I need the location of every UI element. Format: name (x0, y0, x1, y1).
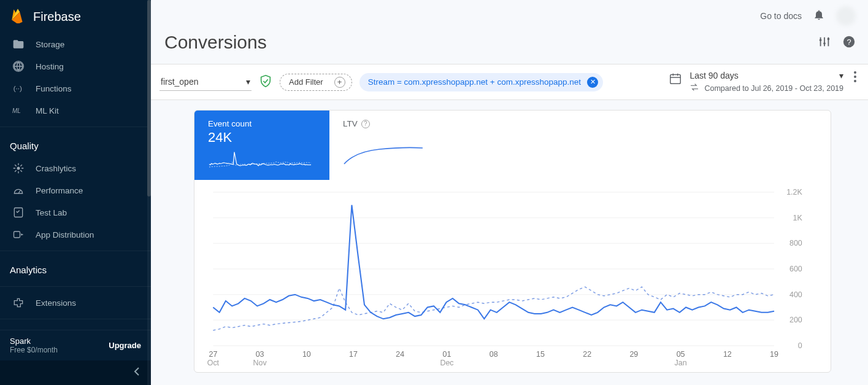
kebab-icon[interactable] (851, 71, 859, 85)
firebase-logo-icon (10, 7, 26, 26)
page-title-row: Conversions ? (151, 29, 868, 64)
sidebar-item-performance[interactable]: Performance (0, 179, 151, 201)
sidebar-item-extensions[interactable]: Extensions (0, 292, 151, 314)
sidebar-item-testlab[interactable]: Test Lab (0, 201, 151, 224)
bell-icon[interactable] (813, 9, 825, 23)
svg-text:1K: 1K (793, 214, 803, 222)
sliders-icon[interactable] (818, 32, 831, 53)
svg-point-7 (823, 42, 826, 45)
svg-text:22: 22 (583, 350, 591, 359)
sidebar-collapse[interactable] (0, 360, 151, 385)
section-quality[interactable]: Quality (0, 132, 151, 157)
page-title: Conversions (164, 32, 267, 53)
svg-text:03: 03 (256, 350, 264, 359)
event-select-value: first_open (161, 77, 198, 87)
svg-text:200: 200 (789, 316, 802, 325)
compare-row: Compared to Jul 26, 2019 - Oct 23, 2019 (689, 83, 843, 93)
plan-name: Spark (10, 336, 58, 346)
svg-text:Nov: Nov (253, 359, 267, 367)
svg-text:Jan: Jan (675, 359, 687, 367)
extensions-icon (12, 297, 25, 309)
chart-area: 02004006008001K1.2K27Oct03Nov10172401Dec… (194, 180, 831, 373)
line-chart: 02004006008001K1.2K27Oct03Nov10172401Dec… (207, 186, 806, 370)
mlkit-icon: ML (12, 104, 25, 117)
event-select[interactable]: first_open ▾ (159, 73, 252, 91)
svg-text:(··): (··) (13, 84, 22, 92)
sparkline-ltv (343, 146, 447, 166)
svg-rect-5 (14, 231, 20, 238)
svg-text:10: 10 (302, 350, 311, 359)
date-range-select[interactable]: Last 90 days ▾ (689, 71, 843, 80)
add-filter-label: Add Filter (289, 77, 323, 87)
metric-tabs: Event count 24K LTV ? (194, 111, 831, 180)
date-range-value: Last 90 days (689, 71, 738, 80)
svg-text:600: 600 (789, 265, 802, 273)
plan-box: Spark Free $0/month Upgrade (0, 330, 151, 360)
main: Go to docs Conversions ? first_open (151, 0, 868, 385)
caret-down-icon: ▾ (839, 71, 843, 80)
svg-text:800: 800 (789, 239, 802, 248)
tab-event-count[interactable]: Event count 24K (194, 111, 329, 180)
svg-text:400: 400 (789, 290, 802, 299)
svg-text:?: ? (847, 37, 851, 47)
help-icon[interactable]: ? (842, 32, 856, 53)
docs-link[interactable]: Go to docs (760, 11, 802, 21)
svg-text:1.2K: 1.2K (786, 188, 802, 196)
avatar[interactable] (836, 6, 856, 26)
sidebar-scrollbar[interactable] (147, 0, 151, 385)
svg-text:19: 19 (770, 350, 778, 359)
sidebar-item-mlkit[interactable]: ML ML Kit (0, 99, 151, 122)
svg-text:12: 12 (723, 350, 732, 359)
svg-text:01: 01 (443, 350, 451, 359)
tab-title: LTV (343, 119, 358, 128)
gauge-icon (12, 184, 25, 196)
svg-point-6 (820, 39, 822, 41)
functions-icon: (··) (12, 82, 25, 95)
svg-rect-11 (670, 75, 681, 84)
sidebar: Firebase Storage Hosting (··) Functions … (0, 0, 151, 385)
sidebar-item-label: Storage (36, 40, 64, 49)
chevron-left-icon (134, 367, 140, 378)
svg-text:17: 17 (349, 350, 358, 359)
svg-point-2 (17, 167, 20, 170)
tab-ltv[interactable]: LTV ? (329, 111, 464, 180)
svg-line-3 (18, 190, 20, 193)
sidebar-item-label: Performance (36, 186, 83, 195)
section-analytics[interactable]: Analytics (0, 256, 151, 281)
svg-text:27: 27 (209, 350, 217, 359)
svg-point-17 (854, 80, 856, 82)
svg-point-8 (828, 38, 830, 41)
sidebar-item-label: Extensions (36, 298, 76, 308)
tab-title: Event count (208, 119, 318, 128)
svg-text:29: 29 (629, 350, 638, 359)
filter-bar: first_open ▾ Add Filter + Stream = com.x… (151, 64, 868, 100)
globe-icon (12, 60, 25, 72)
compare-swap-icon (689, 83, 699, 93)
sidebar-item-label: Test Lab (36, 208, 67, 217)
plus-icon: + (334, 77, 345, 88)
sidebar-item-label: ML Kit (36, 106, 59, 115)
calendar-icon (669, 72, 682, 88)
remove-chip-icon[interactable]: ✕ (587, 77, 598, 88)
distribution-icon (12, 228, 25, 241)
checklist-icon (12, 206, 25, 219)
sidebar-item-storage[interactable]: Storage (0, 33, 151, 55)
upgrade-button[interactable]: Upgrade (109, 341, 141, 350)
svg-text:Dec: Dec (440, 359, 453, 367)
sidebar-item-appdistribution[interactable]: App Distribution (0, 224, 151, 246)
sidebar-item-label: Hosting (36, 62, 64, 71)
sidebar-item-label: App Distribution (36, 230, 94, 239)
tab-value: 24K (208, 130, 318, 146)
svg-point-16 (854, 76, 856, 78)
brand[interactable]: Firebase (0, 0, 151, 33)
sidebar-item-crashlytics[interactable]: Crashlytics (0, 157, 151, 179)
stream-chip-label: Stream = com.xpresshopapp.net + com.xpre… (368, 77, 581, 87)
add-filter-button[interactable]: Add Filter + (280, 74, 352, 91)
stream-filter-chip[interactable]: Stream = com.xpresshopapp.net + com.xpre… (359, 73, 603, 91)
svg-text:0: 0 (798, 341, 802, 350)
sidebar-item-hosting[interactable]: Hosting (0, 55, 151, 77)
sparkline-event-count (208, 149, 312, 170)
help-icon[interactable]: ? (361, 120, 370, 128)
svg-text:24: 24 (396, 350, 404, 359)
sidebar-item-functions[interactable]: (··) Functions (0, 77, 151, 99)
